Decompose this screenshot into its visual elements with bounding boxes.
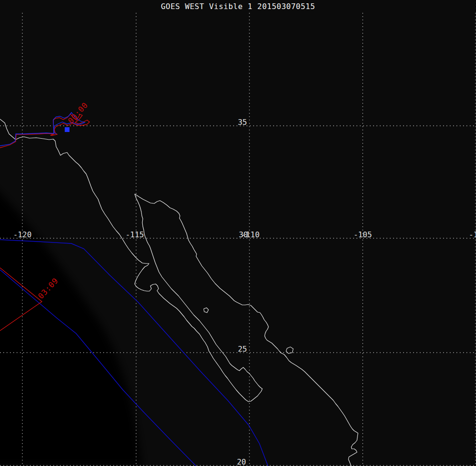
graticule-label--110: -110: [241, 230, 260, 239]
track-position-marker: [65, 127, 69, 132]
terminator-shadow-wedge: [0, 179, 142, 466]
satellite-display-window: 35252030-120-115-110-105-1 GOES WEST Vis…: [0, 0, 476, 466]
graticule-label--1: -1: [469, 230, 476, 239]
map-overlay-layer: 35252030-120-115-110-105-1: [0, 0, 476, 466]
graticule-label-25: 25: [238, 344, 247, 354]
island-0: [204, 308, 208, 313]
graticule-label--115: -115: [126, 230, 144, 239]
island-1: [286, 347, 293, 354]
graticule-label-35: 35: [238, 118, 247, 127]
image-title: GOES WEST Visible 1 201503070515: [0, 2, 476, 11]
graticule-label-20: 20: [237, 457, 246, 466]
graticule-label--120: -120: [13, 230, 32, 239]
coastline-1: [135, 194, 262, 402]
graticule-label--105: -105: [354, 230, 372, 239]
